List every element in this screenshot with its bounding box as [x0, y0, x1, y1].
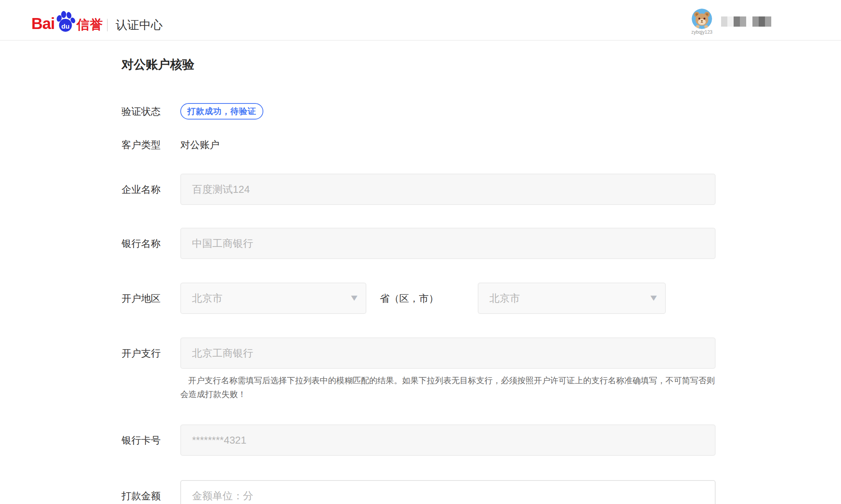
redacted-block	[721, 16, 727, 27]
province-select[interactable]: 北京市 ▼	[180, 283, 366, 314]
redacted-user-info	[721, 16, 771, 27]
header: Bai du 信誉 认证中心 zybqjy123	[0, 0, 841, 41]
customer-type-row: 客户类型 对公账户	[121, 138, 717, 151]
branch-label: 开户支行	[121, 347, 180, 360]
amount-row: 打款金额	[121, 480, 717, 504]
account-verification-form: 对公账户核验 验证状态 打款成功，待验证 客户类型 对公账户 企业名称 银行名称…	[121, 41, 717, 504]
logo-brand-cn: 信誉	[76, 18, 103, 32]
region-label: 开户地区	[121, 292, 180, 305]
redacted-block	[765, 16, 771, 27]
city-select-value: 北京市	[489, 292, 520, 305]
bank-name-row: 银行名称	[121, 228, 717, 259]
city-select[interactable]: 北京市 ▼	[478, 283, 666, 314]
region-middle-label: 省（区，市）	[380, 292, 439, 305]
header-divider	[107, 19, 108, 31]
amount-input[interactable]	[180, 480, 716, 504]
branch-field	[180, 337, 716, 369]
redacted-block	[740, 16, 746, 27]
baidu-paw-icon: du	[55, 10, 76, 32]
verify-status-label: 验证状态	[121, 105, 180, 118]
site-title: 认证中心	[116, 19, 163, 31]
company-name-row: 企业名称	[121, 174, 717, 205]
card-number-field	[180, 424, 716, 456]
province-select-value: 北京市	[192, 292, 223, 305]
page-title: 对公账户核验	[121, 41, 717, 73]
card-number-label: 银行卡号	[121, 434, 180, 447]
redacted-block	[759, 16, 765, 27]
verify-status-row: 验证状态 打款成功，待验证	[121, 103, 717, 120]
redacted-block	[734, 16, 740, 27]
avatar[interactable]	[692, 9, 712, 29]
chevron-down-icon: ▼	[648, 294, 659, 302]
chevron-down-icon: ▼	[349, 294, 359, 302]
redacted-block	[727, 16, 734, 27]
logo-du-text: du	[62, 23, 70, 30]
baidu-xinyu-logo[interactable]: Bai du 信誉	[31, 9, 103, 32]
redacted-block	[752, 16, 759, 27]
user-menu[interactable]: zybqjy123	[691, 9, 713, 35]
redacted-block	[746, 16, 752, 27]
bank-name-label: 银行名称	[121, 237, 180, 250]
card-number-row: 银行卡号	[121, 424, 717, 456]
amount-label: 打款金额	[121, 489, 180, 502]
customer-type-label: 客户类型	[121, 138, 180, 151]
username-label: zybqjy123	[691, 30, 713, 35]
bank-name-field	[180, 228, 716, 259]
company-name-field	[180, 174, 716, 205]
branch-row: 开户支行	[121, 337, 717, 369]
logo-bai-text: Bai	[31, 16, 54, 32]
status-badge: 打款成功，待验证	[180, 103, 263, 120]
region-row: 开户地区 北京市 ▼ 省（区，市） 北京市 ▼	[121, 283, 717, 314]
customer-type-value: 对公账户	[180, 138, 219, 151]
company-name-label: 企业名称	[121, 183, 180, 196]
branch-hint-text: 开户支行名称需填写后选择下拉列表中的模糊匹配的结果。如果下拉列表无目标支行，必须…	[121, 373, 717, 401]
